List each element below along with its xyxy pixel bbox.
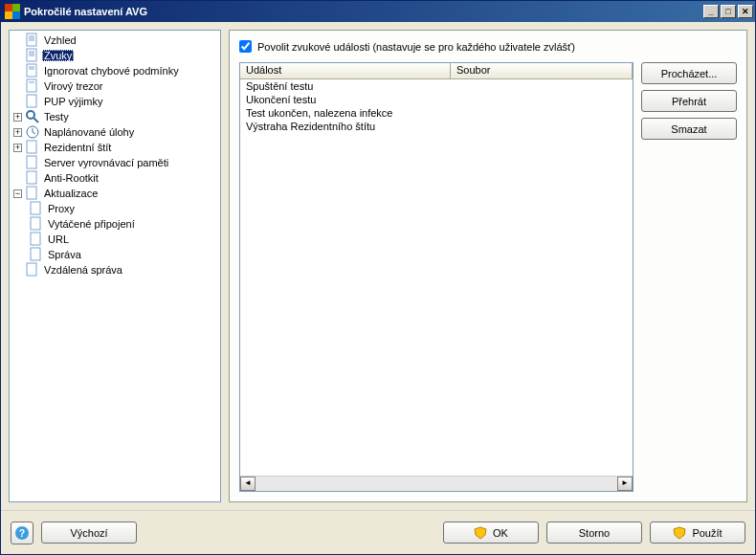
svg-line-19	[33, 118, 38, 122]
tree-item-sprava[interactable]: Správa	[29, 247, 218, 262]
help-button[interactable]: ?	[11, 522, 33, 544]
svg-rect-28	[31, 217, 40, 230]
svg-rect-17	[27, 95, 36, 107]
tree-item-url[interactable]: URL	[29, 232, 218, 247]
maximize-button[interactable]: □	[721, 5, 736, 18]
enable-sounds-checkbox[interactable]	[239, 40, 252, 53]
tree-label: Vzdálená správa	[42, 264, 124, 276]
browse-button[interactable]: Procházet...	[641, 62, 737, 84]
tree-label: Anti-Rootkit	[42, 172, 100, 184]
list-item[interactable]: Spuštění testu	[240, 79, 633, 93]
tree-expander-blank	[13, 98, 22, 106]
help-icon: ?	[14, 525, 30, 541]
tree-label: Rezidentní štít	[42, 142, 113, 153]
tree-item-pup[interactable]: PUP výjimky	[13, 94, 218, 109]
tree-expander-blank	[13, 82, 22, 91]
tree-item-aktualizace[interactable]: − Aktualizace	[13, 186, 218, 201]
page-icon	[25, 262, 40, 278]
list-item[interactable]: Ukončení testu	[240, 93, 633, 106]
tree-item-proxy[interactable]: Proxy	[29, 201, 218, 216]
svg-rect-31	[27, 263, 36, 276]
page-icon	[25, 33, 40, 48]
svg-rect-1	[12, 4, 20, 11]
page-icon	[25, 63, 40, 78]
tree-item-rezidentni[interactable]: + Rezidentní štít	[13, 140, 218, 155]
shield-icon	[673, 526, 686, 540]
list-item[interactable]: Výstraha Rezidentního štítu	[240, 120, 633, 133]
tree-item-virovy-trezor[interactable]: Virový trezor	[13, 78, 218, 94]
svg-rect-26	[27, 187, 36, 199]
enable-sounds-checkbox-row[interactable]: Povolit zvukové události (nastavuje se p…	[239, 40, 737, 53]
tree-label: Testy	[42, 111, 71, 122]
column-file[interactable]: Soubor	[451, 63, 633, 78]
column-event[interactable]: Událost	[240, 63, 451, 78]
close-button[interactable]: ✕	[738, 5, 753, 18]
ok-label: OK	[493, 527, 508, 539]
content-area: Vzhled Zvuky Ignorovat chybové podmínky	[1, 22, 755, 510]
tree-label: Vzhled	[42, 34, 78, 46]
tree-expander-minus-icon[interactable]: −	[13, 189, 22, 198]
svg-rect-3	[12, 11, 20, 19]
svg-rect-15	[27, 79, 36, 92]
footer: ? Výchozí OK Storno Použít	[1, 510, 755, 554]
tree-item-vytacene[interactable]: Vytáčené připojení	[29, 216, 218, 232]
titlebar[interactable]: Pokročilé nastavení AVG _ □ ✕	[1, 1, 755, 22]
tree-expander-plus-icon[interactable]: +	[13, 144, 22, 152]
scroll-track[interactable]	[256, 477, 617, 491]
detail-panel: Povolit zvukové události (nastavuje se p…	[229, 30, 747, 502]
default-button[interactable]: Výchozí	[41, 522, 137, 544]
scroll-right-icon[interactable]: ►	[617, 477, 633, 491]
tree-item-testy[interactable]: + Testy	[13, 109, 218, 124]
tree-item-vzdalena[interactable]: Vzdálená správa	[13, 262, 218, 278]
tree-label: Vytáčené připojení	[46, 218, 137, 230]
svg-rect-27	[31, 202, 40, 214]
tree-panel[interactable]: Vzhled Zvuky Ignorovat chybové podmínky	[9, 30, 221, 502]
page-icon	[29, 216, 44, 232]
tree-label: Aktualizace	[42, 188, 100, 199]
horizontal-scrollbar[interactable]: ◄ ►	[240, 476, 633, 491]
settings-tree: Vzhled Zvuky Ignorovat chybové podmínky	[11, 33, 218, 278]
page-icon	[25, 78, 40, 94]
side-buttons: Procházet... Přehrát Smazat	[641, 62, 737, 492]
tree-item-naplanovane[interactable]: + Naplánované úlohy	[13, 124, 218, 140]
tree-expander-blank	[13, 266, 22, 275]
settings-window: Pokročilé nastavení AVG _ □ ✕ Vzhled	[0, 0, 756, 555]
apply-label: Použít	[692, 527, 722, 539]
ok-button[interactable]: OK	[443, 522, 539, 544]
tree-label: Naplánované úlohy	[42, 126, 136, 138]
tree-item-vzhled[interactable]: Vzhled	[13, 33, 218, 48]
list-header: Událost Soubor	[240, 63, 633, 79]
tree-label-selected: Zvuky	[42, 50, 74, 61]
play-button[interactable]: Přehrát	[641, 90, 737, 112]
svg-rect-23	[27, 141, 36, 153]
svg-rect-29	[31, 233, 40, 245]
cancel-button[interactable]: Storno	[546, 522, 642, 544]
tree-label: Ignorovat chybové podmínky	[42, 65, 181, 77]
delete-button[interactable]: Smazat	[641, 118, 737, 140]
apply-button[interactable]: Použít	[650, 522, 745, 544]
page-icon	[25, 94, 40, 109]
tree-item-server[interactable]: Server vyrovnávací paměti	[13, 155, 218, 170]
svg-rect-24	[27, 156, 36, 168]
svg-rect-12	[27, 64, 36, 77]
page-icon	[29, 247, 44, 262]
scroll-left-icon[interactable]: ◄	[240, 477, 256, 491]
page-icon	[25, 170, 40, 186]
events-listview[interactable]: Událost Soubor Spuštění testu Ukončení t…	[239, 62, 634, 492]
tree-expander-plus-icon[interactable]: +	[13, 113, 22, 122]
list-item[interactable]: Test ukončen, nalezena infekce	[240, 106, 633, 120]
tree-item-ignorovat[interactable]: Ignorovat chybové podmínky	[13, 63, 218, 78]
tree-expander-blank	[13, 36, 22, 45]
tree-item-zvuky[interactable]: Zvuky	[13, 48, 218, 63]
svg-rect-25	[27, 171, 36, 184]
enable-sounds-label: Povolit zvukové události (nastavuje se p…	[257, 41, 575, 53]
window-title: Pokročilé nastavení AVG	[24, 6, 703, 17]
app-icon	[5, 4, 20, 19]
tree-expander-blank	[13, 67, 22, 76]
tree-item-anti-rootkit[interactable]: Anti-Rootkit	[13, 170, 218, 186]
tree-expander-plus-icon[interactable]: +	[13, 128, 22, 137]
list-body[interactable]: Spuštění testu Ukončení testu Test ukonč…	[240, 79, 633, 476]
minimize-button[interactable]: _	[703, 5, 719, 18]
page-icon	[25, 186, 40, 201]
shield-icon	[474, 526, 487, 540]
